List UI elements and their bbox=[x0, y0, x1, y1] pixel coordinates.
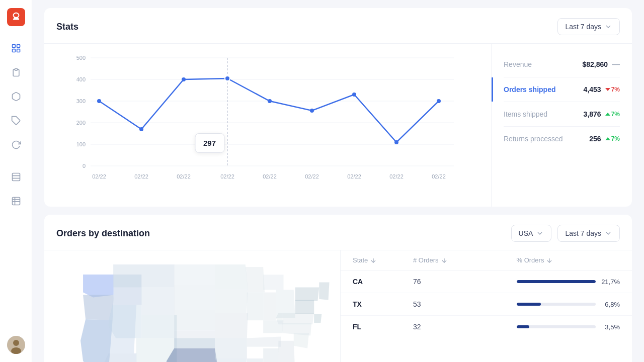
main-content: Stats Last 7 days 500 400 300 200 100 0 bbox=[32, 0, 644, 362]
svg-rect-0 bbox=[12, 45, 15, 48]
chevron-down-icon-period bbox=[604, 229, 612, 237]
sidebar-item-refresh[interactable] bbox=[6, 135, 26, 155]
svg-marker-78 bbox=[264, 348, 279, 362]
stat-orders-shipped-badge: 7% bbox=[605, 86, 620, 93]
svg-marker-81 bbox=[294, 333, 309, 348]
svg-marker-65 bbox=[215, 264, 248, 290]
stat-revenue[interactable]: Revenue $82,860 — bbox=[504, 52, 620, 77]
svg-rect-4 bbox=[15, 69, 17, 70]
map-area: California - 1199 Entries bbox=[44, 250, 340, 362]
logo-icon bbox=[11, 12, 22, 23]
sidebar-item-layout[interactable] bbox=[6, 167, 26, 187]
stat-orders-shipped-value: 4,453 bbox=[584, 85, 601, 94]
sidebar bbox=[0, 0, 32, 362]
stat-items-shipped-value: 3,876 bbox=[584, 110, 601, 118]
orders-controls: USA Last 7 days bbox=[511, 225, 620, 242]
stat-revenue-value: $82,860 bbox=[582, 60, 608, 68]
svg-marker-85 bbox=[264, 320, 284, 333]
svg-marker-86 bbox=[247, 337, 281, 347]
sidebar-item-dashboard[interactable] bbox=[6, 38, 26, 58]
pct-ca: 21,7% bbox=[517, 278, 620, 286]
svg-marker-72 bbox=[264, 275, 284, 290]
svg-marker-89 bbox=[319, 282, 330, 300]
stat-returns-badge: 7% bbox=[605, 135, 620, 142]
orders-body: California - 1199 Entries State # Orders… bbox=[44, 250, 632, 362]
stat-returns-right: 256 7% bbox=[589, 135, 620, 143]
stat-items-shipped-badge: 7% bbox=[605, 111, 620, 118]
stat-orders-shipped-right: 4,453 7% bbox=[584, 85, 620, 94]
pct-fl: 3,5% bbox=[517, 323, 620, 331]
svg-marker-58 bbox=[108, 305, 141, 338]
svg-marker-55 bbox=[113, 264, 174, 287]
pct-tx: 6,8% bbox=[517, 301, 620, 308]
orders-header: Orders by destination USA Last 7 days bbox=[44, 215, 632, 250]
svg-marker-69 bbox=[247, 293, 263, 321]
stats-body: 500 400 300 200 100 0 bbox=[44, 43, 632, 207]
region-dropdown[interactable]: USA bbox=[511, 225, 552, 242]
svg-text:02/22: 02/22 bbox=[347, 173, 361, 179]
svg-rect-2 bbox=[12, 49, 15, 52]
th-pct[interactable]: % Orders bbox=[517, 256, 620, 264]
orders-fl: 32 bbox=[413, 323, 517, 331]
svg-marker-63 bbox=[175, 310, 215, 330]
svg-marker-74 bbox=[175, 338, 215, 348]
sort-state-icon bbox=[370, 257, 377, 264]
table-row-tx[interactable]: TX 53 6,8% bbox=[341, 293, 632, 316]
chart-area: 500 400 300 200 100 0 bbox=[44, 44, 491, 207]
stats-panel: Revenue $82,860 — Orders shipped 4,453 7… bbox=[491, 44, 632, 207]
sidebar-item-table[interactable] bbox=[6, 191, 26, 211]
svg-point-35 bbox=[352, 93, 356, 97]
table-header: State # Orders % Orders bbox=[341, 250, 632, 270]
state-ca: CA bbox=[353, 278, 413, 286]
stat-returns-processed[interactable]: Returns processed 256 7% bbox=[504, 127, 620, 151]
svg-text:0: 0 bbox=[83, 163, 86, 169]
sidebar-item-orders[interactable] bbox=[6, 62, 26, 82]
svg-text:500: 500 bbox=[76, 55, 86, 61]
sort-pct-icon bbox=[546, 257, 553, 264]
svg-point-29 bbox=[97, 99, 101, 103]
svg-point-34 bbox=[310, 109, 314, 113]
svg-rect-1 bbox=[17, 45, 20, 48]
svg-text:02/22: 02/22 bbox=[134, 173, 148, 179]
stat-returns-value: 256 bbox=[589, 135, 601, 143]
svg-text:02/22: 02/22 bbox=[263, 173, 277, 179]
orders-title: Orders by destination bbox=[56, 228, 150, 239]
svg-text:200: 200 bbox=[76, 120, 86, 126]
arrow-down-icon bbox=[605, 87, 610, 92]
stats-section: Stats Last 7 days 500 400 300 200 100 0 bbox=[44, 8, 632, 207]
svg-marker-75 bbox=[215, 338, 247, 358]
sidebar-item-tags[interactable] bbox=[6, 111, 26, 131]
svg-point-33 bbox=[268, 99, 272, 103]
app-logo[interactable] bbox=[7, 8, 25, 26]
svg-text:02/22: 02/22 bbox=[92, 173, 106, 179]
svg-marker-56 bbox=[141, 288, 175, 316]
svg-marker-83 bbox=[283, 313, 314, 324]
sort-orders-icon bbox=[441, 257, 448, 264]
table-row-ca[interactable]: CA 76 21,7% bbox=[341, 270, 632, 293]
svg-point-37 bbox=[437, 99, 441, 103]
svg-marker-61 bbox=[175, 264, 215, 285]
state-fl: FL bbox=[353, 323, 413, 331]
svg-marker-49 bbox=[605, 137, 610, 140]
svg-marker-62 bbox=[175, 285, 215, 311]
orders-period-dropdown[interactable]: Last 7 days bbox=[557, 225, 620, 242]
table-row-fl[interactable]: FL 32 3,5% bbox=[341, 316, 632, 338]
svg-marker-90 bbox=[314, 314, 322, 323]
stat-items-shipped[interactable]: Items shipped 3,876 7% bbox=[504, 102, 620, 127]
stats-period-dropdown[interactable]: Last 7 days bbox=[557, 18, 620, 35]
stat-items-shipped-label: Items shipped bbox=[504, 110, 547, 118]
sidebar-item-products[interactable] bbox=[6, 86, 26, 107]
svg-marker-66 bbox=[215, 290, 248, 313]
svg-rect-3 bbox=[17, 49, 20, 52]
svg-text:02/22: 02/22 bbox=[177, 173, 191, 179]
svg-text:02/22: 02/22 bbox=[305, 173, 319, 179]
state-tx: TX bbox=[353, 300, 413, 308]
stat-revenue-label: Revenue bbox=[504, 60, 532, 68]
stat-orders-shipped[interactable]: Orders shipped 4,453 7% bbox=[504, 77, 620, 102]
svg-rect-6 bbox=[12, 173, 20, 181]
user-avatar[interactable] bbox=[7, 336, 25, 354]
orders-period-label: Last 7 days bbox=[565, 229, 601, 237]
svg-point-32 bbox=[225, 76, 230, 81]
th-state[interactable]: State bbox=[353, 256, 413, 264]
th-orders[interactable]: # Orders bbox=[413, 256, 517, 264]
